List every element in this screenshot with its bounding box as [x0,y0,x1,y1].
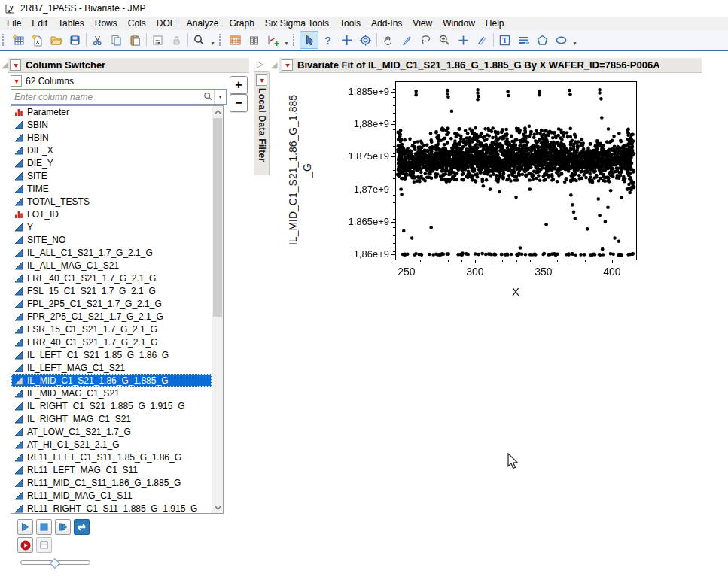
open-folder-button[interactable] [47,31,65,49]
local-filter-menu-button[interactable] [256,74,267,86]
help-tool-button[interactable]: ? [318,31,337,49]
column-list-scrollbar[interactable] [212,106,223,513]
column-item[interactable]: IL_RIGHT_C1_S21_1.885_G_1.915_G [11,399,212,412]
column-item[interactable]: LOT_ID [11,208,212,221]
oval-tool-button[interactable] [552,31,571,49]
target-tool-button[interactable] [356,31,375,49]
search-button[interactable] [190,31,209,49]
column-item[interactable]: AT_HI_C1_S21_2.1_G [11,438,212,451]
menu-item-help[interactable]: Help [480,17,510,30]
menu-item-analyze[interactable]: Analyze [181,17,224,30]
column-item[interactable]: IL_LEFT_MAG_C1_S21 [11,361,212,374]
stop-button[interactable] [36,519,52,535]
column-item[interactable]: IL_ALL_C1_S21_1.7_G_2.1_G [11,247,212,260]
plus-tool-button[interactable] [454,31,473,49]
copy-button[interactable] [107,31,126,49]
lines-tool-button[interactable] [514,31,533,49]
toolbar-overflow-dropdown-icon[interactable]: ▾ [282,32,291,48]
column-item[interactable]: RL11_LEFT_C1_S11_1.85_G_1.86_G [11,451,212,463]
column-item[interactable]: FRR_40_C1_S21_1.7_G_2.1_G [11,336,212,348]
window-properties-button[interactable] [148,31,167,49]
menu-item-doe[interactable]: DOE [151,17,181,30]
column-item[interactable]: Parameter [11,106,212,119]
text-tool-button[interactable]: T [495,31,514,49]
record-button[interactable] [17,537,33,553]
column-item[interactable]: FPR_2P5_C1_S21_1.7_G_2.1_G [11,311,212,323]
column-item[interactable]: FSR_15_C1_S21_1.7_G_2.1_G [11,323,212,336]
menu-item-view[interactable]: View [407,17,437,30]
column-item-selected[interactable]: IL_MID_C1_S21_1.86_G_1.885_G [11,374,212,387]
column-item[interactable]: SITE [11,170,212,183]
scatter-plot-area[interactable] [331,71,647,269]
menu-item-add-ins[interactable]: Add-Ins [366,17,407,30]
column-item[interactable]: IL_LEFT_C1_S21_1.85_G_1.86_G [11,348,212,361]
report-menu-button[interactable] [282,59,293,71]
menu-item-edit[interactable]: Edit [26,17,53,30]
graph-builder-button[interactable] [263,31,282,49]
arrow-tool-button[interactable] [300,31,318,49]
menu-item-six-sigma-tools[interactable]: Six Sigma Tools [260,17,334,30]
column-item[interactable]: DIE_Y [11,157,212,170]
column-item[interactable]: SBIN [11,119,212,132]
hand-tool-button[interactable] [379,31,398,49]
column-switcher-menu-button[interactable] [10,59,21,71]
column-item[interactable]: IL_RIGHT_MAG_C1_S21 [11,412,212,425]
scrollbar-thumb[interactable] [213,118,222,317]
paste-button[interactable] [126,31,145,49]
new-data-table-button[interactable] [9,31,28,49]
column-item[interactable]: TOTAL_TESTS [11,196,212,208]
save-script-button[interactable] [36,537,52,553]
menu-item-file[interactable]: File [2,17,26,30]
copy-icon [110,34,123,47]
column-item[interactable]: HBIN [11,132,212,144]
menu-item-window[interactable]: Window [437,17,480,30]
new-script-button[interactable] [28,31,47,49]
column-item[interactable]: RL11_RIGHT_C1_S11_1.885_G_1.915_G [11,502,212,514]
column-item[interactable]: RL11_LEFT_MAG_C1_S11 [11,463,212,476]
column-item[interactable]: IL_ALL_MAG_C1_S21 [11,260,212,272]
column-search-input[interactable] [11,92,202,102]
column-item[interactable]: TIME [11,183,212,196]
menu-item-rows[interactable]: Rows [90,17,123,30]
lasso-tool-button[interactable] [416,31,435,49]
columns-menu-button[interactable] [11,75,22,87]
local-filter-collapse-icon[interactable]: ▷ [257,59,263,69]
column-item[interactable]: FPL_2P5_C1_S21_1.7_G_2.1_G [11,298,212,311]
scroll-down-icon[interactable] [212,502,223,513]
column-item[interactable]: RL11_MID_C1_S11_1.86_G_1.885_G [11,476,212,489]
polygon-tool-button[interactable] [533,31,552,49]
column-item[interactable]: IL_MID_MAG_C1_S21 [11,387,212,399]
column-item[interactable]: Y [11,221,212,234]
column-item[interactable]: DIE_X [11,144,212,157]
menu-item-cols[interactable]: Cols [123,17,151,30]
toolbar-overflow-dropdown-icon[interactable]: ▾ [571,32,579,48]
remove-column-button[interactable]: − [230,94,248,112]
column-item[interactable]: SITE_NO [11,234,212,247]
menu-item-graph[interactable]: Graph [224,17,259,30]
zoom-tool-button[interactable] [435,31,454,49]
column-item[interactable]: FSL_15_C1_S21_1.7_G_2.1_G [11,285,212,298]
play-button[interactable] [17,519,33,535]
lock-button[interactable] [167,31,186,49]
columns-button[interactable] [245,31,263,49]
scroll-up-icon[interactable] [212,106,223,117]
add-column-button[interactable]: + [230,76,248,94]
loop-button[interactable] [74,519,90,535]
menu-item-tables[interactable]: Tables [53,17,90,30]
column-item[interactable]: RL11_MID_MAG_C1_S11 [11,489,212,502]
column-item[interactable]: AT_LOW_C1_S21_1.7_G [11,425,212,438]
crosshair-tool-button[interactable] [337,31,356,49]
cut-button[interactable] [88,31,107,49]
save-button[interactable] [65,31,84,49]
data-table-button[interactable] [226,31,245,49]
brush-tool-button[interactable] [398,31,416,49]
pen-tool-button[interactable] [473,31,492,49]
speed-slider[interactable] [20,560,90,566]
search-dropdown-button[interactable]: ▾ [214,90,226,104]
report-collapse-icon[interactable]: ◢ [271,60,277,70]
step-button[interactable] [55,519,71,535]
menu-item-tools[interactable]: Tools [334,17,366,30]
toolbar-overflow-dropdown-icon[interactable]: ▾ [209,32,217,48]
local-data-filter-tab[interactable]: Local Data Filter [254,71,270,175]
column-item[interactable]: FRL_40_C1_S21_1.7_G_2.1_G [11,272,212,285]
